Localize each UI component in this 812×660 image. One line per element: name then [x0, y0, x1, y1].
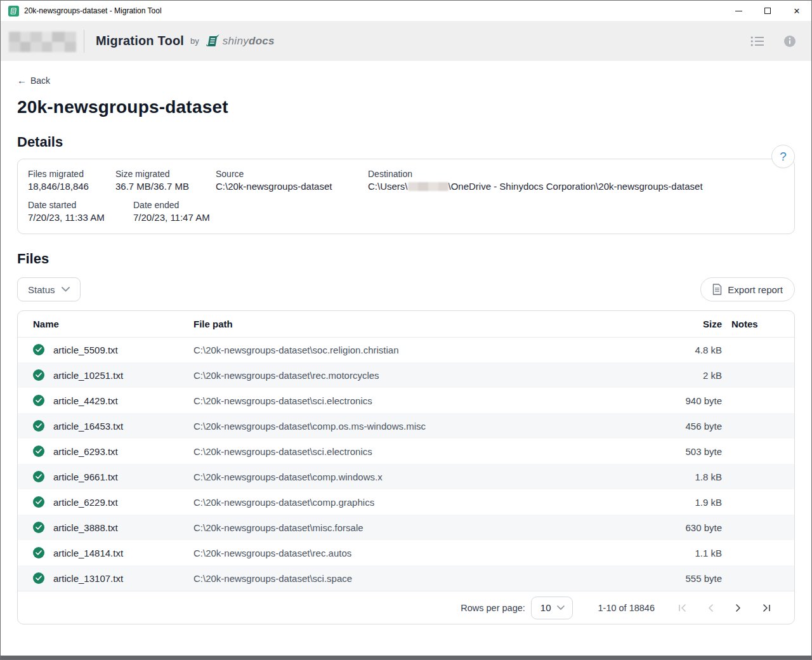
app-header: Migration Tool by shinydocs	[1, 21, 811, 61]
file-size: 940 byte	[633, 388, 722, 413]
source-value: C:\20k-newsgroups-dataset	[216, 181, 368, 192]
app-window: 20k-newsgroups-dataset - Migration Tool …	[0, 0, 812, 660]
column-header-file-path: File path	[193, 311, 633, 337]
column-header-name: Name	[18, 311, 193, 337]
success-check-icon	[33, 395, 44, 406]
queue-list-icon[interactable]	[750, 36, 764, 47]
shinydocs-mark-icon	[204, 34, 221, 49]
success-check-icon	[33, 471, 44, 482]
file-path: C:\20k-newsgroups-dataset\comp.windows.x	[193, 464, 633, 489]
file-name: article_9661.txt	[53, 472, 118, 482]
column-header-size: Size	[633, 311, 722, 337]
redacted-username	[408, 182, 449, 191]
column-header-notes: Notes	[722, 311, 794, 337]
destination-label: Destination	[368, 169, 784, 179]
by-label: by	[190, 36, 199, 46]
file-name: article_14814.txt	[53, 548, 123, 558]
last-page-icon	[762, 604, 771, 612]
first-page-button[interactable]	[669, 597, 697, 619]
file-path: C:\20k-newsgroups-dataset\rec.motorcycle…	[193, 362, 633, 388]
file-size: 4.8 kB	[633, 337, 722, 362]
table-row[interactable]: article_9661.txt C:\20k-newsgroups-datas…	[18, 464, 794, 489]
table-row[interactable]: article_16453.txt C:\20k-newsgroups-data…	[18, 413, 794, 439]
file-name: article_10251.txt	[53, 370, 123, 381]
file-notes	[722, 540, 794, 565]
app-title: Migration Tool	[96, 34, 184, 48]
back-arrow-icon: ←	[17, 75, 27, 86]
close-button[interactable]: ✕	[782, 1, 811, 21]
file-path: C:\20k-newsgroups-dataset\misc.forsale	[193, 515, 633, 540]
date-ended-field: Date ended 7/20/23, 11:47 AM	[133, 200, 210, 223]
header-divider	[84, 30, 84, 53]
next-page-button[interactable]	[724, 597, 752, 619]
file-name: article_13107.txt	[53, 573, 123, 584]
size-migrated-field: Size migrated 36.7 MB/36.7 MB	[115, 169, 216, 192]
files-migrated-value: 18,846/18,846	[28, 181, 115, 192]
first-page-icon	[678, 604, 687, 612]
previous-page-button[interactable]	[697, 597, 724, 619]
file-name: article_6229.txt	[53, 497, 118, 508]
source-label: Source	[216, 169, 368, 179]
file-name: article_16453.txt	[53, 421, 123, 432]
rows-per-page-label: Rows per page:	[461, 603, 525, 613]
file-path: C:\20k-newsgroups-dataset\sci.electronic…	[193, 388, 633, 413]
export-report-label: Export report	[728, 284, 783, 295]
file-notes	[722, 515, 794, 540]
date-started-label: Date started	[28, 200, 133, 210]
files-heading: Files	[17, 251, 795, 267]
app-icon	[8, 6, 19, 16]
export-report-button[interactable]: Export report	[700, 277, 795, 301]
shinydocs-logo: shinydocs	[204, 34, 275, 49]
file-notes	[722, 413, 794, 439]
success-check-icon	[33, 547, 44, 558]
file-notes	[722, 362, 794, 388]
file-path: C:\20k-newsgroups-dataset\soc.religion.c…	[193, 337, 633, 362]
date-started-value: 7/20/23, 11:33 AM	[28, 212, 133, 223]
file-notes	[722, 464, 794, 489]
file-name: article_5509.txt	[53, 345, 118, 355]
info-icon[interactable]	[783, 35, 796, 48]
table-row[interactable]: article_13107.txt C:\20k-newsgroups-data…	[18, 565, 794, 591]
table-row[interactable]: article_14814.txt C:\20k-newsgroups-data…	[18, 540, 794, 565]
file-name: article_3888.txt	[53, 522, 118, 533]
file-size: 555 byte	[633, 565, 722, 591]
file-path: C:\20k-newsgroups-dataset\rec.autos	[193, 540, 633, 565]
success-check-icon	[33, 344, 44, 355]
rows-per-page-select[interactable]: 10	[531, 597, 573, 619]
files-table: Name File path Size Notes article_5509.t…	[18, 311, 794, 591]
file-notes	[722, 388, 794, 413]
back-link[interactable]: ← Back	[17, 75, 50, 86]
file-notes	[722, 337, 794, 362]
window-title: 20k-newsgroups-dataset - Migration Tool	[24, 6, 162, 15]
destination-value: C:\Users\\OneDrive - Shinydocs Corporati…	[368, 181, 784, 192]
next-page-icon	[735, 604, 742, 612]
file-path: C:\20k-newsgroups-dataset\comp.graphics	[193, 489, 633, 515]
table-row[interactable]: article_5509.txt C:\20k-newsgroups-datas…	[18, 337, 794, 362]
success-check-icon	[33, 369, 44, 381]
table-row[interactable]: article_4429.txt C:\20k-newsgroups-datas…	[18, 388, 794, 413]
status-filter-button[interactable]: Status	[17, 277, 81, 301]
file-size: 456 byte	[633, 413, 722, 439]
table-row[interactable]: article_10251.txt C:\20k-newsgroups-data…	[18, 362, 794, 388]
brand-name: shinydocs	[223, 35, 275, 48]
last-page-button[interactable]	[752, 597, 780, 619]
table-row[interactable]: article_3888.txt C:\20k-newsgroups-datas…	[18, 515, 794, 540]
help-button[interactable]: ?	[771, 145, 795, 168]
file-size: 503 byte	[633, 439, 722, 464]
table-header-row: Name File path Size Notes	[18, 311, 794, 337]
rows-per-page-value: 10	[540, 602, 551, 613]
files-migrated-field: Files migrated 18,846/18,846	[28, 169, 115, 192]
file-path: C:\20k-newsgroups-dataset\comp.os.ms-win…	[193, 413, 633, 439]
minimize-button[interactable]	[724, 1, 753, 21]
page-range-label: 1-10 of 18846	[598, 603, 655, 613]
file-size: 630 byte	[633, 515, 722, 540]
maximize-button[interactable]	[753, 1, 782, 21]
files-table-card: Name File path Size Notes article_5509.t…	[17, 310, 795, 624]
table-row[interactable]: article_6293.txt C:\20k-newsgroups-datas…	[18, 439, 794, 464]
details-row-1: Files migrated 18,846/18,846 Size migrat…	[28, 169, 784, 192]
header-branding: Migration Tool by shinydocs	[9, 29, 275, 53]
destination-field: Destination C:\Users\\OneDrive - Shinydo…	[368, 169, 784, 192]
maximize-icon	[764, 8, 771, 14]
table-row[interactable]: article_6229.txt C:\20k-newsgroups-datas…	[18, 489, 794, 515]
file-size: 1.1 kB	[633, 540, 722, 565]
